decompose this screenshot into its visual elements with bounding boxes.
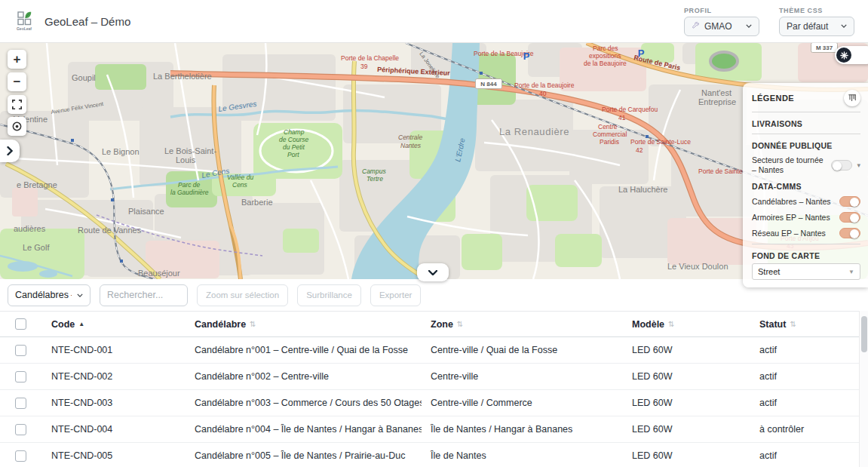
layer-row-reseau: Réseau EP – Nantes bbox=[752, 228, 860, 238]
row-checkbox[interactable] bbox=[15, 450, 26, 462]
svg-text:Commercial: Commercial bbox=[593, 131, 627, 138]
column-label: Modèle bbox=[632, 319, 664, 330]
wrench-icon bbox=[692, 22, 700, 30]
svg-text:Centrale: Centrale bbox=[398, 134, 422, 141]
column-label: Code bbox=[51, 319, 75, 330]
cell-code: NTE-CND-003 bbox=[42, 398, 186, 408]
layer-expander-icon[interactable]: ▾ bbox=[857, 161, 860, 169]
row-checkbox[interactable] bbox=[15, 398, 26, 409]
svg-text:41: 41 bbox=[618, 114, 626, 121]
table-header-row: Code▲Candélabre⇅Zone⇅Modèle⇅Statut⇅ bbox=[0, 311, 868, 337]
zoom-in-button[interactable]: + bbox=[8, 50, 26, 69]
scrollbar-thumb[interactable] bbox=[861, 316, 867, 352]
export-button[interactable]: Exporter bbox=[370, 284, 421, 306]
cell-zone: Centre-ville / Quai de la Fosse bbox=[422, 345, 623, 355]
cell-statut: actif bbox=[750, 345, 868, 355]
theme-label: THÈME CSS bbox=[779, 7, 854, 14]
cell-modele: LED 60W bbox=[623, 450, 750, 461]
theme-value: Par défaut bbox=[787, 21, 836, 32]
table-row[interactable]: NTE-CND-005Candélabre n°005 – Île de Nan… bbox=[0, 443, 868, 467]
svg-text:N 844: N 844 bbox=[480, 81, 497, 88]
profile-select[interactable]: GMAO bbox=[684, 17, 759, 36]
chevron-right-icon bbox=[7, 146, 13, 155]
svg-text:Route de Vannes: Route de Vannes bbox=[78, 226, 142, 235]
table-row[interactable]: NTE-CND-002Candélabre n°002 – Centre-vil… bbox=[0, 364, 868, 390]
row-checkbox[interactable] bbox=[15, 371, 26, 383]
column-header-statut[interactable]: Statut⇅ bbox=[750, 319, 868, 330]
layer-row-candelabres: Candélabres – Nantes bbox=[752, 196, 860, 207]
table-row[interactable]: NTE-CND-004Candélabre n°004 – Île de Nan… bbox=[0, 416, 868, 443]
cell-candelabre: Candélabre n°002 – Centre-ville bbox=[186, 371, 422, 382]
svg-text:Plaisance: Plaisance bbox=[128, 207, 164, 216]
cell-statut: actif bbox=[750, 450, 868, 461]
app-header: GeoLeaf GeoLeaf – Démo PROFIL GMAO THÈME… bbox=[0, 0, 868, 43]
layer-toggle[interactable] bbox=[839, 196, 860, 207]
faders-icon bbox=[848, 94, 857, 103]
sort-icon: ⇅ bbox=[790, 320, 796, 328]
svg-text:40: 40 bbox=[539, 90, 547, 97]
svg-text:Vallée du: Vallée du bbox=[227, 174, 253, 181]
column-header-modele[interactable]: Modèle⇅ bbox=[623, 319, 750, 330]
svg-text:Louis: Louis bbox=[176, 155, 196, 164]
asterisk-icon bbox=[840, 51, 848, 60]
svg-text:Porte de Carquefou: Porte de Carquefou bbox=[602, 106, 658, 113]
cell-code: NTE-CND-001 bbox=[42, 345, 186, 355]
column-header-code[interactable]: Code▲ bbox=[42, 319, 186, 330]
svg-text:Porte de la Chapelle: Porte de la Chapelle bbox=[341, 54, 399, 62]
svg-text:Parc de: Parc de bbox=[178, 181, 201, 189]
svg-text:Goupil: Goupil bbox=[72, 73, 96, 82]
sort-icon: ▲ bbox=[78, 321, 84, 327]
svg-text:Cens: Cens bbox=[232, 181, 248, 189]
highlight-button[interactable]: Surbrillance bbox=[297, 284, 361, 306]
map-settings-pill[interactable] bbox=[835, 46, 868, 64]
layer-toggle[interactable] bbox=[839, 228, 860, 238]
map-collapse-button[interactable] bbox=[417, 263, 449, 281]
basemap-select[interactable]: Street ▼ bbox=[752, 263, 860, 280]
table-scrollbar[interactable]: ▼ bbox=[859, 311, 868, 467]
search-input[interactable] bbox=[100, 284, 188, 306]
cell-code: NTE-CND-002 bbox=[42, 371, 186, 382]
table-row[interactable]: NTE-CND-003Candélabre n°003 – Commerce /… bbox=[0, 390, 868, 416]
cell-modele: LED 60W bbox=[623, 345, 750, 355]
layer-row-armoires: Armoires EP – Nantes bbox=[752, 212, 860, 223]
column-header-candelabre[interactable]: Candélabre⇅ bbox=[186, 319, 422, 330]
column-header-zone[interactable]: Zone⇅ bbox=[422, 319, 623, 330]
svg-text:M 337: M 337 bbox=[816, 45, 833, 51]
svg-text:Porte de Sainte: Porte de Sainte bbox=[698, 167, 743, 175]
layer-select[interactable]: Candélabres – Na bbox=[8, 284, 90, 306]
sort-icon: ⇅ bbox=[457, 320, 463, 328]
cell-statut: à contrôler bbox=[750, 424, 868, 435]
chevron-down-icon bbox=[428, 270, 437, 275]
svg-text:Beauséjour: Beauséjour bbox=[138, 269, 180, 278]
map-canvas[interactable]: GoupilLa BerthelotièreValentineLe Bignon… bbox=[0, 43, 868, 279]
legend-collapse-button[interactable] bbox=[844, 90, 860, 106]
zoom-selection-button[interactable]: Zoom sur sélection bbox=[197, 284, 288, 306]
page-title: GeoLeaf – Démo bbox=[44, 15, 130, 28]
fullscreen-button[interactable] bbox=[8, 95, 26, 114]
row-checkbox[interactable] bbox=[15, 345, 26, 356]
profile-value: GMAO bbox=[704, 21, 741, 32]
layer-toggle[interactable] bbox=[839, 212, 860, 223]
legend-section-cmms: DATA-CMMS bbox=[752, 182, 860, 191]
select-all-checkbox[interactable] bbox=[15, 318, 26, 330]
column-label: Statut bbox=[759, 319, 786, 330]
legend-section-livraisons[interactable]: LIVRAISONS bbox=[752, 119, 860, 128]
locate-button[interactable] bbox=[8, 117, 26, 136]
theme-select[interactable]: Par défaut bbox=[779, 17, 854, 36]
layer-toggle[interactable] bbox=[831, 160, 852, 171]
sidebar-expand-button[interactable] bbox=[0, 140, 20, 162]
cell-code: NTE-CND-005 bbox=[42, 450, 186, 461]
column-label: Candélabre bbox=[195, 319, 246, 330]
row-checkbox[interactable] bbox=[15, 424, 26, 435]
profile-label: PROFIL bbox=[684, 7, 759, 14]
svg-text:Le Bignon: Le Bignon bbox=[102, 147, 140, 156]
table-row[interactable]: NTE-CND-001Candélabre n°001 – Centre-vil… bbox=[0, 337, 868, 364]
chevron-down-icon bbox=[77, 293, 83, 297]
cell-candelabre: Candélabre n°003 – Commerce / Cours des … bbox=[186, 398, 422, 408]
layer-row-secteurs: Secteurs de tournée – Nantes ▾ bbox=[752, 155, 860, 175]
svg-text:Porte de la Beaujoire: Porte de la Beaujoire bbox=[514, 81, 575, 89]
settings-toggle-knob[interactable] bbox=[836, 48, 851, 63]
cell-modele: LED 60W bbox=[623, 398, 750, 408]
basemap-value: Street bbox=[758, 267, 780, 276]
zoom-out-button[interactable]: − bbox=[8, 72, 26, 91]
